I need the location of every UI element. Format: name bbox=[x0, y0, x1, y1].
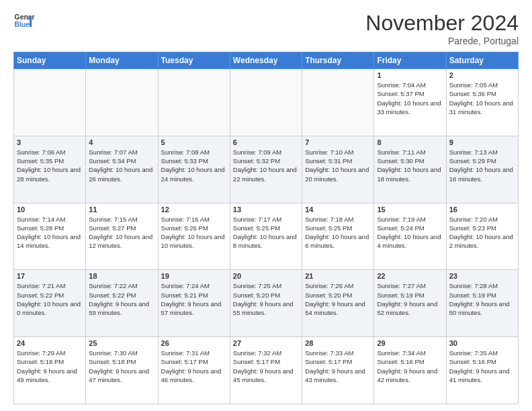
day-info: Sunrise: 7:31 AM Sunset: 5:17 PM Dayligh… bbox=[161, 349, 227, 384]
svg-text:Blue: Blue bbox=[15, 21, 30, 28]
day-info: Sunrise: 7:30 AM Sunset: 5:18 PM Dayligh… bbox=[89, 349, 154, 384]
week-row-2: 3Sunrise: 7:06 AM Sunset: 5:35 PM Daylig… bbox=[14, 136, 519, 203]
day-number: 6 bbox=[233, 138, 299, 146]
title-block: November 2024 Parede, Portugal bbox=[365, 11, 519, 46]
day-number: 19 bbox=[161, 272, 227, 280]
calendar-cell: 2Sunrise: 7:05 AM Sunset: 5:36 PM Daylig… bbox=[446, 69, 518, 136]
calendar-cell: 7Sunrise: 7:10 AM Sunset: 5:31 PM Daylig… bbox=[302, 136, 374, 203]
calendar-cell: 26Sunrise: 7:31 AM Sunset: 5:17 PM Dayli… bbox=[158, 337, 230, 404]
day-info: Sunrise: 7:26 AM Sunset: 5:20 PM Dayligh… bbox=[305, 281, 371, 317]
month-title: November 2024 bbox=[365, 11, 519, 36]
day-info: Sunrise: 7:10 AM Sunset: 5:31 PM Dayligh… bbox=[305, 148, 371, 183]
day-info: Sunrise: 7:06 AM Sunset: 5:35 PM Dayligh… bbox=[17, 148, 83, 183]
day-number: 9 bbox=[449, 138, 515, 146]
day-info: Sunrise: 7:16 AM Sunset: 5:26 PM Dayligh… bbox=[161, 215, 227, 250]
calendar-cell: 19Sunrise: 7:24 AM Sunset: 5:21 PM Dayli… bbox=[158, 270, 230, 337]
day-info: Sunrise: 7:29 AM Sunset: 5:18 PM Dayligh… bbox=[17, 349, 83, 384]
page: General Blue November 2024 Parede, Portu… bbox=[0, 0, 532, 411]
svg-text:General: General bbox=[15, 13, 35, 21]
calendar-cell: 1Sunrise: 7:04 AM Sunset: 5:37 PM Daylig… bbox=[374, 69, 446, 136]
calendar-cell bbox=[14, 69, 86, 136]
calendar-cell: 13Sunrise: 7:17 AM Sunset: 5:25 PM Dayli… bbox=[230, 203, 302, 270]
calendar-cell: 3Sunrise: 7:06 AM Sunset: 5:35 PM Daylig… bbox=[14, 136, 86, 203]
calendar-cell: 8Sunrise: 7:11 AM Sunset: 5:30 PM Daylig… bbox=[374, 136, 446, 203]
day-info: Sunrise: 7:09 AM Sunset: 5:32 PM Dayligh… bbox=[233, 148, 299, 183]
day-number: 22 bbox=[377, 272, 443, 280]
calendar-cell bbox=[302, 69, 374, 136]
day-number: 21 bbox=[305, 272, 371, 280]
week-row-3: 10Sunrise: 7:14 AM Sunset: 5:28 PM Dayli… bbox=[14, 203, 519, 270]
calendar-cell: 20Sunrise: 7:25 AM Sunset: 5:20 PM Dayli… bbox=[230, 270, 302, 337]
calendar-cell: 12Sunrise: 7:16 AM Sunset: 5:26 PM Dayli… bbox=[158, 203, 230, 270]
calendar-cell bbox=[230, 69, 302, 136]
day-info: Sunrise: 7:15 AM Sunset: 5:27 PM Dayligh… bbox=[89, 215, 154, 250]
day-info: Sunrise: 7:14 AM Sunset: 5:28 PM Dayligh… bbox=[17, 215, 83, 250]
week-row-1: 1Sunrise: 7:04 AM Sunset: 5:37 PM Daylig… bbox=[14, 69, 519, 136]
day-info: Sunrise: 7:13 AM Sunset: 5:29 PM Dayligh… bbox=[449, 148, 515, 183]
calendar-cell bbox=[158, 69, 230, 136]
day-info: Sunrise: 7:28 AM Sunset: 5:19 PM Dayligh… bbox=[449, 281, 515, 317]
week-row-4: 17Sunrise: 7:21 AM Sunset: 5:22 PM Dayli… bbox=[14, 270, 519, 337]
calendar-cell: 17Sunrise: 7:21 AM Sunset: 5:22 PM Dayli… bbox=[14, 270, 86, 337]
day-number: 30 bbox=[449, 339, 515, 347]
day-number: 16 bbox=[449, 205, 515, 214]
calendar-cell: 18Sunrise: 7:22 AM Sunset: 5:22 PM Dayli… bbox=[86, 270, 158, 337]
day-number: 18 bbox=[89, 272, 154, 280]
day-info: Sunrise: 7:05 AM Sunset: 5:36 PM Dayligh… bbox=[449, 81, 515, 116]
header-wednesday: Wednesday bbox=[230, 52, 302, 69]
day-info: Sunrise: 7:18 AM Sunset: 5:25 PM Dayligh… bbox=[305, 215, 371, 250]
week-row-5: 24Sunrise: 7:29 AM Sunset: 5:18 PM Dayli… bbox=[14, 337, 519, 404]
day-info: Sunrise: 7:33 AM Sunset: 5:17 PM Dayligh… bbox=[305, 349, 371, 384]
calendar-cell: 10Sunrise: 7:14 AM Sunset: 5:28 PM Dayli… bbox=[14, 203, 86, 270]
calendar-cell: 5Sunrise: 7:08 AM Sunset: 5:33 PM Daylig… bbox=[158, 136, 230, 203]
calendar-cell: 11Sunrise: 7:15 AM Sunset: 5:27 PM Dayli… bbox=[86, 203, 158, 270]
day-info: Sunrise: 7:24 AM Sunset: 5:21 PM Dayligh… bbox=[161, 281, 227, 317]
header-sunday: Sunday bbox=[14, 52, 86, 69]
calendar-cell: 25Sunrise: 7:30 AM Sunset: 5:18 PM Dayli… bbox=[86, 337, 158, 404]
day-number: 23 bbox=[449, 272, 515, 280]
day-number: 27 bbox=[233, 339, 299, 347]
day-number: 28 bbox=[305, 339, 371, 347]
day-info: Sunrise: 7:34 AM Sunset: 5:16 PM Dayligh… bbox=[377, 349, 443, 384]
day-info: Sunrise: 7:22 AM Sunset: 5:22 PM Dayligh… bbox=[89, 281, 154, 317]
logo: General Blue bbox=[13, 11, 35, 32]
day-info: Sunrise: 7:21 AM Sunset: 5:22 PM Dayligh… bbox=[17, 281, 83, 317]
calendar-cell: 21Sunrise: 7:26 AM Sunset: 5:20 PM Dayli… bbox=[302, 270, 374, 337]
header-thursday: Thursday bbox=[302, 52, 374, 69]
header-tuesday: Tuesday bbox=[158, 52, 230, 69]
day-number: 12 bbox=[161, 205, 227, 214]
day-number: 10 bbox=[17, 205, 83, 214]
day-info: Sunrise: 7:17 AM Sunset: 5:25 PM Dayligh… bbox=[233, 215, 299, 250]
day-number: 4 bbox=[89, 138, 154, 146]
calendar-cell: 23Sunrise: 7:28 AM Sunset: 5:19 PM Dayli… bbox=[446, 270, 518, 337]
day-number: 14 bbox=[305, 205, 371, 214]
calendar-header-row: Sunday Monday Tuesday Wednesday Thursday… bbox=[14, 52, 519, 69]
day-number: 20 bbox=[233, 272, 299, 280]
day-info: Sunrise: 7:19 AM Sunset: 5:24 PM Dayligh… bbox=[377, 215, 443, 250]
header: General Blue November 2024 Parede, Portu… bbox=[13, 11, 519, 46]
day-info: Sunrise: 7:11 AM Sunset: 5:30 PM Dayligh… bbox=[377, 148, 443, 183]
day-number: 5 bbox=[161, 138, 227, 146]
day-number: 24 bbox=[17, 339, 83, 347]
day-number: 26 bbox=[161, 339, 227, 347]
day-number: 7 bbox=[305, 138, 371, 146]
day-number: 1 bbox=[377, 71, 443, 79]
calendar-cell: 6Sunrise: 7:09 AM Sunset: 5:32 PM Daylig… bbox=[230, 136, 302, 203]
day-info: Sunrise: 7:35 AM Sunset: 5:16 PM Dayligh… bbox=[449, 349, 515, 384]
day-number: 13 bbox=[233, 205, 299, 214]
day-info: Sunrise: 7:07 AM Sunset: 5:34 PM Dayligh… bbox=[89, 148, 154, 183]
logo-icon: General Blue bbox=[13, 11, 35, 32]
day-number: 15 bbox=[377, 205, 443, 214]
day-number: 17 bbox=[17, 272, 83, 280]
header-friday: Friday bbox=[374, 52, 446, 69]
day-number: 11 bbox=[89, 205, 154, 214]
location: Parede, Portugal bbox=[365, 36, 519, 46]
calendar-cell: 28Sunrise: 7:33 AM Sunset: 5:17 PM Dayli… bbox=[302, 337, 374, 404]
day-info: Sunrise: 7:27 AM Sunset: 5:19 PM Dayligh… bbox=[377, 281, 443, 317]
day-info: Sunrise: 7:32 AM Sunset: 5:17 PM Dayligh… bbox=[233, 349, 299, 384]
calendar-cell: 30Sunrise: 7:35 AM Sunset: 5:16 PM Dayli… bbox=[446, 337, 518, 404]
day-info: Sunrise: 7:20 AM Sunset: 5:23 PM Dayligh… bbox=[449, 215, 515, 250]
calendar-cell: 27Sunrise: 7:32 AM Sunset: 5:17 PM Dayli… bbox=[230, 337, 302, 404]
calendar-cell: 24Sunrise: 7:29 AM Sunset: 5:18 PM Dayli… bbox=[14, 337, 86, 404]
header-saturday: Saturday bbox=[446, 52, 518, 69]
